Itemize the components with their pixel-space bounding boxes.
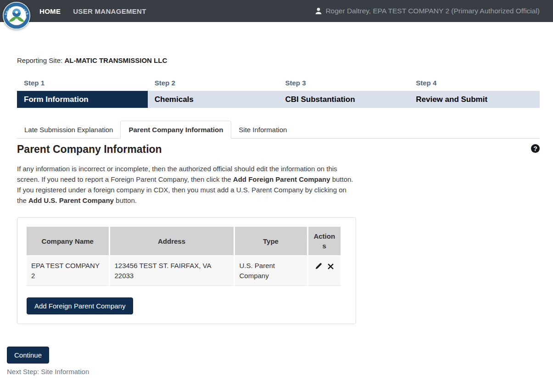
page-title: Parent Company Information	[17, 143, 162, 156]
description-bold-add-us: Add U.S. Parent Company	[28, 196, 114, 204]
delete-x-icon[interactable]	[328, 262, 334, 269]
step-wizard-bar: Form Information Chemicals CBI Substanti…	[17, 91, 540, 108]
add-foreign-parent-company-button[interactable]: Add Foreign Parent Company	[27, 297, 133, 314]
tab-bar: Late Submission Explanation Parent Compa…	[17, 121, 540, 139]
cell-type: U.S. Parent Company	[234, 256, 307, 286]
continue-button[interactable]: Continue	[7, 347, 49, 364]
reporting-site-label: Reporting Site:	[17, 56, 62, 64]
user-menu[interactable]: Roger Daltrey, EPA TEST COMPANY 2 (Prima…	[315, 7, 540, 15]
step-labels-row: Step 1 Step 2 Step 3 Step 4	[17, 79, 540, 87]
column-header-type: Type	[234, 227, 307, 256]
cell-address: 123456 TEST ST. FAIRFAX, VA 22033	[109, 256, 234, 286]
user-name-text: Roger Daltrey, EPA TEST COMPANY 2 (Prima…	[325, 7, 540, 15]
step-chemicals[interactable]: Chemicals	[148, 91, 279, 108]
top-navbar: UNITED STATES ENVIRONMENTAL PROTECTION A…	[0, 0, 553, 22]
step-form-information[interactable]: Form Information	[17, 91, 148, 108]
step-review-and-submit[interactable]: Review and Submit	[409, 91, 540, 108]
parent-company-panel: Company Name Address Type Actions EPA TE…	[17, 217, 356, 324]
edit-pencil-icon[interactable]	[315, 262, 322, 270]
cell-company-name: EPA TEST COMPANY 2	[27, 256, 109, 286]
parent-company-table: Company Name Address Type Actions EPA TE…	[27, 227, 341, 286]
nav-home-link[interactable]: HOME	[39, 7, 61, 15]
step-1-label: Step 1	[17, 79, 148, 87]
help-icon[interactable]: ?	[531, 144, 540, 153]
step-cbi-substantiation[interactable]: CBI Substantiation	[279, 91, 409, 108]
description-bold-add-foreign: Add Foreign Parent Company	[233, 175, 330, 183]
footer-actions: Continue Next Step: Site Information	[7, 347, 546, 375]
step-2-label: Step 2	[148, 79, 279, 87]
step-3-label: Step 3	[279, 79, 409, 87]
tab-late-submission-explanation[interactable]: Late Submission Explanation	[17, 121, 120, 139]
description-text: button.	[114, 196, 137, 204]
table-header-row: Company Name Address Type Actions	[27, 227, 341, 256]
cell-actions	[307, 256, 341, 286]
navbar-links: HOME USER MANAGEMENT	[39, 7, 146, 15]
section-description: If any information is incorrect or incom…	[17, 163, 355, 206]
table-row: EPA TEST COMPANY 2 123456 TEST ST. FAIRF…	[27, 256, 341, 286]
nav-user-management-link[interactable]: USER MANAGEMENT	[73, 7, 146, 15]
next-step-text: Next Step: Site Information	[7, 368, 546, 375]
step-4-label: Step 4	[409, 79, 540, 87]
column-header-address: Address	[109, 227, 234, 256]
user-icon	[315, 7, 322, 15]
reporting-site-value: AL-MATIC TRANSMISSION LLC	[64, 56, 167, 64]
column-header-actions: Actions	[307, 227, 341, 256]
column-header-company-name: Company Name	[27, 227, 109, 256]
reporting-site: Reporting Site: AL-MATIC TRANSMISSION LL…	[17, 22, 540, 64]
tab-parent-company-information[interactable]: Parent Company Information	[120, 121, 231, 139]
epa-logo: UNITED STATES ENVIRONMENTAL PROTECTION A…	[2, 1, 31, 30]
main-content: Reporting Site: AL-MATIC TRANSMISSION LL…	[0, 22, 553, 375]
tab-site-information[interactable]: Site Information	[231, 121, 294, 139]
